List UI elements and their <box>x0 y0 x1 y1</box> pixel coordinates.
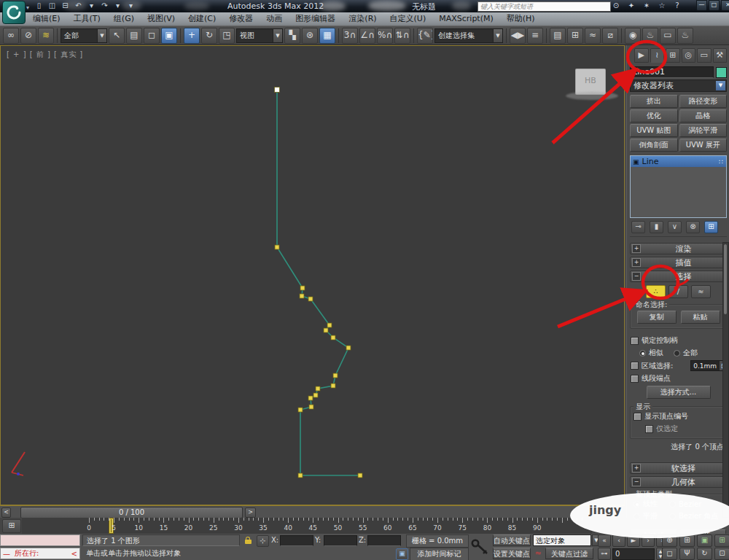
menu-item-3[interactable]: 组(G) <box>107 12 141 26</box>
select-and-manipulate-icon[interactable]: ⊛ <box>302 28 318 44</box>
select-and-scale-icon[interactable]: ◳ <box>219 28 235 44</box>
rollout-render[interactable]: + 渲染 <box>630 243 727 254</box>
selected-only-checkbox[interactable] <box>645 425 653 433</box>
bind-to-space-warp-icon[interactable]: ≋ <box>38 28 54 44</box>
menu-item-12[interactable]: 帮助(H) <box>500 12 542 26</box>
track-bar-ruler[interactable]: 051015202530354045505560657075808590 <box>22 518 592 534</box>
isolate-selection-icon[interactable]: ▣ <box>396 548 408 560</box>
rectangular-selection-icon[interactable]: ◻ <box>144 28 160 44</box>
selection-filter-dropdown-arrow-icon[interactable]: ▼ <box>97 29 106 42</box>
maxscript-mini-listener-pink[interactable] <box>0 534 80 546</box>
rollout-soft-selection[interactable]: + 软选择 <box>630 462 727 474</box>
area-selection-checkbox[interactable] <box>631 362 639 370</box>
modifier-button-晶格[interactable]: 晶格 <box>679 109 728 122</box>
rendered-frame-window-icon[interactable]: ▭ <box>660 28 676 44</box>
spinner-snap-icon[interactable]: ⇅∩ <box>394 28 410 44</box>
display-tab[interactable]: ▭ <box>697 48 712 63</box>
unlink-selection-icon[interactable]: ⊘ <box>20 28 36 44</box>
undo-dropdown-icon[interactable]: ▾ <box>86 1 97 10</box>
y-coordinate-field[interactable] <box>324 535 357 546</box>
selection-lock-icon[interactable] <box>242 536 254 545</box>
snap-3d-icon[interactable]: 3∩ <box>342 28 358 44</box>
modifier-stack[interactable]: ▣ Line ∷ <box>630 155 727 218</box>
pan-icon[interactable]: Ψ <box>679 548 695 560</box>
menu-item-9[interactable]: 渲染(R) <box>342 12 383 26</box>
open-file-icon[interactable]: ◫ <box>47 1 58 10</box>
motion-tab[interactable]: ◎ <box>682 48 696 63</box>
lock-handles-checkbox[interactable] <box>631 337 639 345</box>
schematic-view-icon[interactable]: ⧄ <box>602 28 618 44</box>
selection-filter-dropdown[interactable]: 全部▼ <box>61 28 107 43</box>
named-sets-dropdown[interactable]: 创建选择集▼ <box>434 28 503 43</box>
menu-item-4[interactable]: 视图(V) <box>141 12 182 26</box>
search-icon[interactable]: ⊙ <box>611 1 621 11</box>
all-radio[interactable] <box>674 350 680 357</box>
render-production-icon[interactable]: ♨ <box>677 28 693 44</box>
hierarchy-tab[interactable]: ⊞ <box>666 48 680 63</box>
show-end-result-icon[interactable]: ▮ <box>650 221 663 233</box>
menu-item-1[interactable]: 编辑(E) <box>26 12 67 26</box>
toolbar-options-icon[interactable]: ▾ <box>125 1 136 10</box>
configure-modifier-sets-icon[interactable]: ⊞ <box>704 221 718 233</box>
graphite-ribbon-icon[interactable]: ⊞ <box>567 28 583 44</box>
close-button[interactable]: ✕ <box>721 0 729 11</box>
alike-radio[interactable] <box>639 350 646 357</box>
viewport-label[interactable]: [ + ] [ 前 ] [ 真实 ] <box>7 50 83 60</box>
copy-button[interactable]: 复制 <box>637 311 677 324</box>
object-color-swatch[interactable] <box>716 67 727 78</box>
use-pivot-center-icon[interactable]: ▚ <box>284 28 300 44</box>
maxscript-mini-listener-white[interactable]: — 所在行: < <box>0 548 80 559</box>
select-and-rotate-icon[interactable]: ↻ <box>201 28 217 44</box>
menu-item-10[interactable]: 自定义(U) <box>383 12 433 26</box>
reference-coordinate-dropdown[interactable]: 视图▼ <box>236 28 283 43</box>
menu-item-11[interactable]: MAXScript(M) <box>432 12 500 26</box>
spline-subobject-button[interactable]: ≈ <box>691 285 711 298</box>
redo-dropdown-icon[interactable]: ▾ <box>112 1 123 10</box>
maximize-viewport-icon[interactable]: ⊡ <box>714 548 729 560</box>
key-filters-button[interactable]: 关键点过滤器... <box>545 548 593 559</box>
z-coordinate-field[interactable] <box>367 535 401 546</box>
save-file-icon[interactable]: ⊟ <box>60 1 71 10</box>
material-editor-icon[interactable]: ◉ <box>625 28 641 44</box>
track-bar[interactable]: ⊞ 051015202530354045505560657075808590 <box>0 518 625 534</box>
maximize-button[interactable]: □ <box>709 0 720 11</box>
subscription-key-icon[interactable]: ✦ <box>626 1 636 11</box>
modifier-button-UVW 贴图[interactable]: UVW 贴图 <box>630 124 678 137</box>
reference-coordinate-dropdown-arrow-icon[interactable]: ▼ <box>273 29 282 42</box>
minimize-button[interactable]: — <box>696 0 707 11</box>
modify-tab[interactable]: ≀ <box>650 48 665 63</box>
modifier-list-arrow-icon[interactable]: ▼ <box>716 81 725 90</box>
layer-manager-icon[interactable]: ▤ <box>550 28 566 44</box>
next-frame-button[interactable]: > <box>245 508 256 518</box>
curve-editor-icon[interactable]: ≈ <box>585 28 601 44</box>
zoom-extents-icon[interactable]: ▣ <box>697 534 712 547</box>
zoom-region-icon[interactable]: ◻ <box>662 548 677 560</box>
modifier-button-路径变形[interactable]: 路径变形 <box>679 95 728 108</box>
vertex-subobject-button[interactable]: ∴ <box>646 285 666 298</box>
select-object-icon[interactable]: ↖ <box>109 28 125 44</box>
modifier-button-涡轮平滑[interactable]: 涡轮平滑 <box>679 124 728 137</box>
angle-snap-icon[interactable]: ∠∩ <box>359 28 375 44</box>
set-keys-key-icon[interactable] <box>471 537 490 557</box>
segment-subobject-button[interactable]: ∕ <box>668 285 688 298</box>
keyboard-override-icon[interactable]: ▦ <box>319 28 335 44</box>
front-viewport[interactable]: [ + ] [ 前 ] [ 真实 ] <box>0 45 625 505</box>
select-and-link-icon[interactable]: ∞ <box>3 28 19 44</box>
modifier-list-dropdown[interactable]: 修改器列表 ▼ <box>630 79 727 92</box>
redo-icon[interactable]: ↷ <box>99 1 110 10</box>
rollout-geometry[interactable]: − 几何体 <box>630 476 727 488</box>
mini-curve-editor-icon[interactable]: ⊞ <box>2 519 21 533</box>
named-sets-dropdown-arrow-icon[interactable]: ▼ <box>493 29 502 42</box>
current-frame-field[interactable]: 0 <box>612 548 655 560</box>
favorites-star-icon[interactable]: ☆ <box>657 1 667 11</box>
menu-item-8[interactable]: 图形编辑器 <box>289 12 342 26</box>
zoom-extents-all-icon[interactable]: ⊞ <box>714 534 729 547</box>
key-mode-toggle-icon[interactable]: ⊶ <box>598 548 611 560</box>
time-slider-grip[interactable]: 0 / 100 <box>20 507 243 518</box>
panel-scrollbar[interactable] <box>722 242 729 518</box>
goto-start-icon[interactable]: « <box>598 534 611 547</box>
show-vertex-numbers-checkbox[interactable] <box>634 413 642 421</box>
edit-named-sets-icon[interactable]: {✎} <box>417 28 433 44</box>
align-icon[interactable]: ≡ <box>527 28 543 44</box>
panel-scrollbar-thumb[interactable] <box>724 244 727 314</box>
